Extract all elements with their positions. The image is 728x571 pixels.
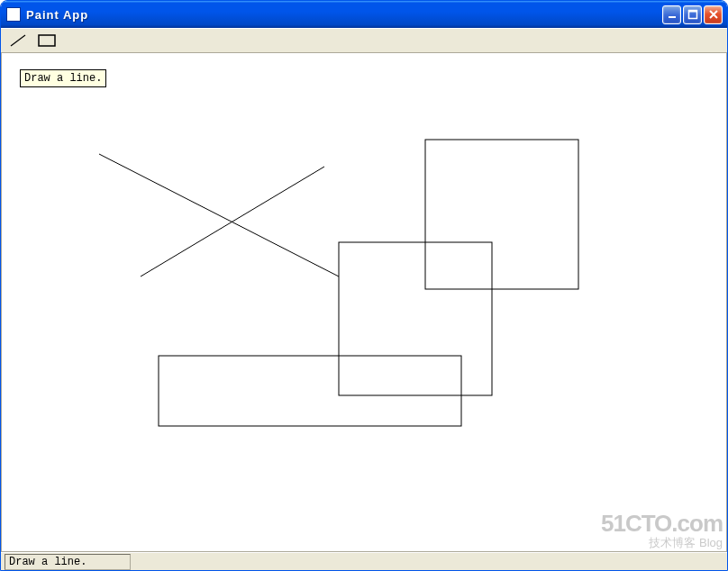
status-text: Draw a line. — [5, 554, 131, 570]
canvas[interactable]: Draw a line. — [1, 53, 727, 552]
rect-icon — [37, 32, 57, 49]
app-icon — [6, 7, 21, 22]
line-icon — [8, 32, 28, 49]
app-window: Paint App — [0, 0, 728, 571]
maximize-button[interactable] — [683, 5, 702, 24]
canvas-shape — [339, 242, 492, 395]
canvas-shape — [425, 140, 578, 289]
canvas-shape — [99, 154, 339, 276]
titlebar[interactable]: Paint App — [1, 1, 727, 28]
svg-line-3 — [11, 35, 25, 46]
canvas-shape — [159, 356, 461, 426]
tooltip: Draw a line. — [20, 69, 106, 87]
toolbar — [1, 28, 727, 53]
svg-rect-4 — [39, 35, 55, 46]
svg-rect-2 — [688, 11, 696, 13]
drawing-surface — [2, 53, 726, 551]
window-title: Paint App — [26, 8, 662, 22]
rect-tool-button[interactable] — [33, 31, 60, 50]
statusbar: Draw a line. — [1, 552, 727, 570]
maximize-icon — [687, 9, 698, 20]
canvas-shape — [141, 167, 324, 276]
line-tool-button[interactable] — [5, 31, 32, 50]
close-icon — [708, 9, 719, 20]
svg-rect-0 — [669, 16, 676, 18]
minimize-button[interactable] — [662, 5, 681, 24]
close-button[interactable] — [704, 5, 723, 24]
window-controls — [662, 5, 723, 24]
minimize-icon — [667, 9, 678, 20]
